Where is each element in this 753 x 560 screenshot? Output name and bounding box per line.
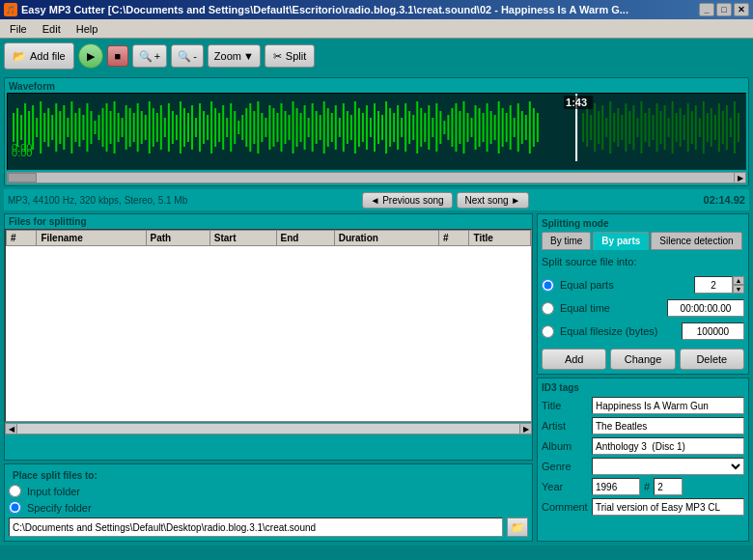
- tab-by-parts[interactable]: By parts: [593, 232, 649, 250]
- zoom-out-button[interactable]: 🔍 -: [171, 44, 204, 68]
- menu-help[interactable]: Help: [69, 21, 106, 37]
- id3-genre-select[interactable]: [592, 458, 744, 475]
- menu-edit[interactable]: Edit: [35, 21, 69, 37]
- waveform-container[interactable]: 1:43 0:00 0:00: [7, 93, 746, 170]
- svg-rect-169: [707, 113, 709, 142]
- change-button[interactable]: Change: [610, 349, 675, 370]
- equal-filesize-value: [682, 322, 744, 340]
- svg-rect-140: [594, 103, 596, 152]
- svg-rect-174: [726, 105, 728, 150]
- svg-rect-123: [487, 103, 488, 152]
- svg-rect-18: [78, 108, 80, 147]
- equal-time-input[interactable]: [667, 299, 744, 317]
- svg-rect-44: [180, 101, 181, 154]
- scroll-right-button[interactable]: ▶: [734, 173, 745, 182]
- specify-folder-radio[interactable]: [9, 501, 21, 514]
- svg-rect-128: [506, 113, 508, 142]
- play-button[interactable]: ▶: [78, 43, 103, 69]
- svg-rect-43: [176, 115, 178, 140]
- prev-song-button[interactable]: ◄ Previous song: [362, 192, 453, 209]
- id3-year-input[interactable]: [592, 478, 640, 495]
- svg-rect-121: [479, 108, 481, 147]
- spinner-up-button[interactable]: ▲: [733, 276, 744, 285]
- svg-rect-28: [118, 113, 120, 142]
- svg-rect-167: [699, 118, 701, 137]
- stop-button[interactable]: ■: [107, 45, 128, 67]
- svg-rect-101: [401, 118, 403, 137]
- tab-silence-detection[interactable]: Silence detection: [651, 232, 741, 250]
- svg-rect-25: [106, 103, 108, 152]
- svg-rect-46: [187, 113, 189, 142]
- svg-rect-162: [680, 108, 682, 147]
- close-button[interactable]: ✕: [734, 3, 749, 16]
- minimize-button[interactable]: _: [699, 3, 714, 16]
- id3-comment-input[interactable]: [592, 498, 744, 516]
- svg-rect-51: [207, 115, 209, 140]
- browse-folder-button[interactable]: 📁: [507, 518, 528, 537]
- svg-rect-84: [335, 105, 337, 150]
- equal-parts-input[interactable]: [694, 276, 733, 294]
- files-table: # Filename Path Start End Duration # Tit…: [6, 230, 531, 246]
- id3-album-label: Album: [542, 440, 592, 452]
- svg-rect-30: [126, 105, 127, 150]
- svg-rect-159: [668, 118, 670, 137]
- spinner-down-button[interactable]: ▼: [733, 285, 744, 294]
- id3-genre-row: Genre: [542, 458, 744, 475]
- scroll-right-btn[interactable]: ▶: [519, 424, 531, 434]
- equal-parts-option: Equal parts ▲ ▼: [542, 273, 744, 296]
- waveform-label: Waveform: [7, 80, 746, 93]
- svg-rect-14: [63, 105, 65, 150]
- tab-by-time[interactable]: By time: [542, 232, 591, 250]
- equal-parts-radio[interactable]: [542, 279, 554, 292]
- add-file-button[interactable]: 📂 Add file: [4, 42, 74, 70]
- svg-rect-103: [408, 111, 410, 144]
- svg-rect-133: [525, 115, 527, 140]
- svg-rect-147: [621, 115, 623, 140]
- files-table-wrapper[interactable]: # Filename Path Start End Duration # Tit…: [5, 229, 532, 422]
- svg-rect-122: [483, 113, 485, 142]
- next-song-button[interactable]: Next song ►: [457, 192, 530, 209]
- svg-rect-102: [404, 103, 406, 152]
- chevron-down-icon: ▼: [243, 50, 254, 62]
- scroll-left-button[interactable]: ◀: [6, 424, 17, 434]
- maximize-button[interactable]: □: [716, 3, 732, 16]
- folder-icon: 📁: [511, 521, 524, 534]
- id3-title-input[interactable]: [592, 397, 744, 414]
- id3-label: ID3 tags: [542, 382, 744, 397]
- zoom-in-button[interactable]: 🔍 +: [132, 44, 167, 68]
- table-scrollbar[interactable]: ◀ ▶: [5, 423, 532, 434]
- svg-rect-63: [253, 111, 255, 144]
- equal-filesize-radio[interactable]: [542, 325, 554, 338]
- svg-rect-89: [354, 101, 356, 154]
- add-button[interactable]: Add: [542, 349, 606, 370]
- svg-rect-54: [218, 113, 220, 142]
- svg-rect-152: [640, 101, 642, 154]
- folder-path-input[interactable]: [9, 518, 503, 537]
- zoom-in-icon: 🔍: [139, 50, 153, 63]
- menu-file[interactable]: File: [2, 21, 35, 37]
- scrollbar-thumb[interactable]: [8, 173, 37, 182]
- waveform-scrollbar[interactable]: ▶: [7, 172, 746, 183]
- split-button[interactable]: ✂ Split: [265, 44, 315, 68]
- zoom-dropdown-button[interactable]: Zoom ▼: [208, 44, 261, 68]
- svg-rect-168: [703, 101, 705, 154]
- id3-artist-input[interactable]: [592, 417, 744, 434]
- delete-button[interactable]: Delete: [680, 349, 744, 370]
- svg-rect-48: [195, 118, 197, 137]
- svg-rect-22: [94, 121, 96, 134]
- svg-rect-155: [652, 115, 654, 140]
- splitting-mode-label: Splitting mode: [542, 218, 744, 232]
- svg-rect-33: [137, 103, 139, 152]
- id3-year-track-container: #: [592, 478, 683, 495]
- id3-album-row: Album: [542, 437, 744, 455]
- col-duration: Duration: [334, 231, 438, 246]
- input-folder-radio[interactable]: [9, 485, 21, 497]
- svg-rect-139: [590, 115, 592, 140]
- id3-album-input[interactable]: [592, 437, 744, 455]
- id3-track-input[interactable]: [654, 478, 683, 495]
- equal-time-radio[interactable]: [542, 302, 554, 315]
- svg-rect-79: [316, 111, 318, 144]
- equal-filesize-input[interactable]: [682, 322, 744, 340]
- col-end: End: [276, 231, 334, 246]
- svg-rect-153: [644, 113, 646, 142]
